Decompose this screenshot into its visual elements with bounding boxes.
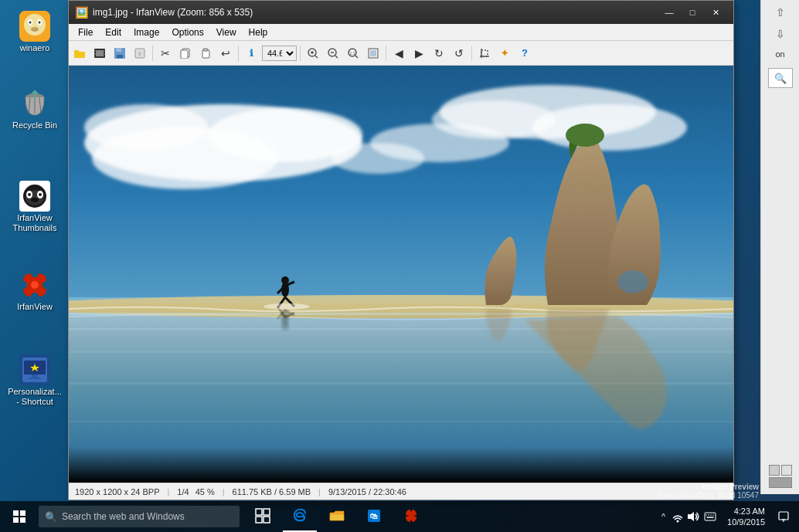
toolbar-crop[interactable] <box>475 44 494 63</box>
svg-rect-95 <box>13 517 19 523</box>
svg-rect-43 <box>203 49 208 51</box>
toolbar-open[interactable] <box>70 44 89 63</box>
taskbar-explorer[interactable] <box>320 501 354 532</box>
image-area <box>69 66 733 483</box>
start-button[interactable] <box>0 501 39 532</box>
toolbar-help[interactable]: ? <box>515 44 534 63</box>
svg-point-16 <box>28 193 31 196</box>
svg-rect-36 <box>117 55 123 58</box>
maximize-button[interactable]: □ <box>681 5 704 20</box>
svg-point-65 <box>532 104 687 151</box>
systray-chevron[interactable]: ^ <box>658 512 668 521</box>
desktop-icon-winaero[interactable]: winaero <box>4 8 66 56</box>
taskbar-task-view[interactable] <box>246 501 280 532</box>
irfanview-window: 🖼️ img1.jpg - IrfanView (Zoom: 856 x 535… <box>68 0 734 500</box>
svg-rect-33 <box>104 53 105 55</box>
desktop: winaero Recycle Bin <box>0 0 799 532</box>
menu-options[interactable]: Options <box>165 25 209 39</box>
svg-point-5 <box>39 22 41 24</box>
toolbar-rotate-ccw[interactable]: ↺ <box>450 44 468 63</box>
menu-help[interactable]: Help <box>243 25 274 39</box>
menu-file[interactable]: File <box>72 25 99 39</box>
taskbar-edge[interactable] <box>283 501 317 532</box>
irfanview-label: IrfanView <box>17 302 53 312</box>
toolbar-next[interactable]: ▶ <box>410 44 428 63</box>
right-panel-nav-down[interactable]: ⇩ <box>769 25 792 43</box>
clock-time: 4:23 AM <box>734 506 765 517</box>
menu-view[interactable]: View <box>210 25 243 39</box>
svg-point-68 <box>370 124 509 162</box>
taskbar-store[interactable]: 🛍 <box>357 501 391 532</box>
desktop-icon-recycle-bin[interactable]: Recycle Bin <box>4 85 66 134</box>
toolbar-properties[interactable]: i <box>131 44 149 63</box>
taskbar-irfanview[interactable] <box>394 501 428 532</box>
svg-rect-26 <box>74 50 79 52</box>
toolbar-filmstrip[interactable] <box>90 44 109 63</box>
menu-image[interactable]: Image <box>128 25 165 39</box>
svg-rect-96 <box>20 517 26 523</box>
view-grid-btn[interactable] <box>769 465 780 476</box>
right-panel-nav-up[interactable]: ⇧ <box>769 3 792 22</box>
toolbar-sep-1 <box>152 46 153 61</box>
systray-network[interactable] <box>672 510 684 523</box>
toolbar-prev[interactable]: ◀ <box>389 44 408 63</box>
toolbar-save[interactable] <box>110 44 129 63</box>
toolbar-effects[interactable]: ✦ <box>495 44 514 63</box>
minimize-button[interactable]: — <box>658 5 681 20</box>
status-filesize: 611.75 KB / 6.59 MB <box>233 487 311 496</box>
toolbar-zoom-100[interactable]: 1:1 <box>344 44 362 63</box>
svg-point-18 <box>31 198 39 202</box>
view-list-btn[interactable] <box>781 465 792 476</box>
clock-date: 10/9/2015 <box>727 517 765 527</box>
svg-rect-35 <box>116 48 122 52</box>
toolbar-rotate-cw[interactable]: ↻ <box>430 44 448 63</box>
toolbar-zoom-in[interactable] <box>304 44 322 63</box>
svg-rect-101 <box>330 514 344 520</box>
systray-language[interactable] <box>702 510 718 523</box>
irfanview-thumbnails-label: IrfanViewThumbnails <box>13 213 57 233</box>
svg-point-6 <box>31 27 39 32</box>
svg-point-79 <box>566 124 604 147</box>
taskbar-apps: 🛍 <box>246 501 428 532</box>
svg-text:i: i <box>139 50 141 57</box>
svg-rect-100 <box>264 517 270 523</box>
svg-rect-56 <box>481 50 488 56</box>
menu-edit[interactable]: Edit <box>99 25 128 39</box>
status-date: 9/13/2015 / 22:30:46 <box>328 487 406 496</box>
svg-rect-55 <box>370 50 376 56</box>
zoom-dropdown[interactable]: 44.6 <box>262 46 297 61</box>
svg-point-104 <box>677 520 679 523</box>
svg-rect-37 <box>121 49 123 51</box>
taskbar-clock[interactable]: 4:23 AM 10/9/2015 <box>721 506 771 528</box>
status-bar: 1920 x 1200 x 24 BPP | 1/4 45 % | 611.75… <box>69 483 733 500</box>
taskbar-notifications[interactable] <box>774 510 793 523</box>
toolbar-undo[interactable]: ↩ <box>216 44 235 63</box>
right-panel-search[interactable]: 🔍 <box>768 68 793 88</box>
svg-point-63 <box>84 104 208 151</box>
title-bar-text: img1.jpg - IrfanView (Zoom: 856 x 535) <box>93 7 658 18</box>
menu-bar: File Edit Image Options View Help <box>69 24 733 41</box>
toolbar-copy[interactable] <box>176 44 195 63</box>
svg-rect-25 <box>29 378 41 379</box>
desktop-icon-irfanview[interactable]: IrfanView <box>4 266 66 315</box>
toolbar-cut[interactable]: ✂ <box>156 44 175 63</box>
toolbar-sep-2 <box>238 46 239 61</box>
desktop-icon-personalization[interactable]: Personalizat...- Shortcut <box>4 351 66 410</box>
systray-volume[interactable] <box>687 510 699 523</box>
toolbar-info[interactable]: ℹ <box>242 44 260 63</box>
svg-rect-31 <box>94 53 96 55</box>
toolbar-paste[interactable] <box>196 44 215 63</box>
svg-point-17 <box>39 193 42 196</box>
toolbar-zoom-fit[interactable] <box>364 44 382 63</box>
taskbar-search-bar[interactable]: 🔍 Search the web and Windows <box>39 506 240 527</box>
svg-text:🛍: 🛍 <box>370 512 378 520</box>
status-fraction: 1/4 <box>177 487 189 496</box>
status-dimensions: 1920 x 1200 x 24 BPP <box>75 487 159 496</box>
toolbar-zoom-out[interactable] <box>324 44 342 63</box>
svg-point-1 <box>24 14 46 36</box>
svg-point-20 <box>31 281 39 289</box>
svg-line-47 <box>315 56 318 58</box>
taskbar-search-icon: 🔍 <box>45 511 57 523</box>
desktop-icon-irfanview-thumbnails[interactable]: IrfanViewThumbnails <box>4 178 66 236</box>
close-button[interactable]: ✕ <box>704 5 727 20</box>
